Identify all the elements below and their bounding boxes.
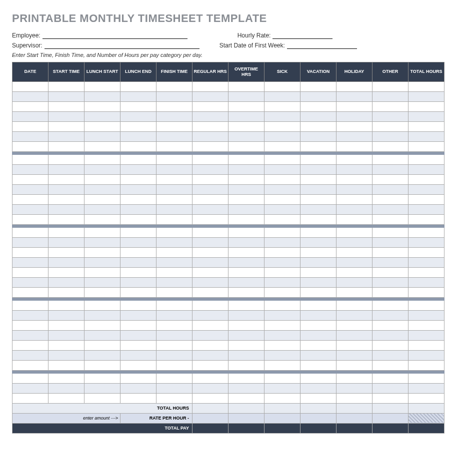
cell[interactable] xyxy=(408,204,444,214)
cell[interactable] xyxy=(192,310,228,320)
cell[interactable] xyxy=(264,204,300,214)
cell[interactable] xyxy=(336,257,372,267)
cell[interactable] xyxy=(228,184,264,194)
cell[interactable] xyxy=(264,310,300,320)
cell[interactable] xyxy=(156,350,192,360)
cell[interactable] xyxy=(12,174,48,184)
cell[interactable] xyxy=(84,300,120,310)
cell[interactable] xyxy=(48,320,84,330)
cell[interactable] xyxy=(228,214,264,224)
cell[interactable] xyxy=(372,267,408,277)
cell[interactable] xyxy=(48,350,84,360)
cell[interactable] xyxy=(156,320,192,330)
cell[interactable] xyxy=(300,300,336,310)
cell[interactable] xyxy=(336,184,372,194)
cell[interactable] xyxy=(228,350,264,360)
cell[interactable] xyxy=(264,257,300,267)
cell[interactable] xyxy=(156,360,192,370)
cell[interactable] xyxy=(192,383,228,393)
cell[interactable] xyxy=(300,121,336,131)
cell[interactable] xyxy=(156,237,192,247)
cell[interactable] xyxy=(48,204,84,214)
cell[interactable] xyxy=(120,227,156,237)
cell[interactable] xyxy=(408,111,444,121)
cell[interactable] xyxy=(12,141,48,151)
cell[interactable] xyxy=(120,237,156,247)
cell[interactable] xyxy=(12,101,48,111)
cell[interactable] xyxy=(372,237,408,247)
cell[interactable] xyxy=(84,154,120,164)
cell[interactable] xyxy=(120,111,156,121)
cell[interactable] xyxy=(372,300,408,310)
cell[interactable] xyxy=(408,91,444,101)
cell[interactable] xyxy=(372,184,408,194)
rate-cell[interactable] xyxy=(228,413,264,423)
cell[interactable] xyxy=(192,194,228,204)
cell[interactable] xyxy=(48,194,84,204)
cell[interactable] xyxy=(84,164,120,174)
cell[interactable] xyxy=(228,320,264,330)
cell[interactable] xyxy=(336,383,372,393)
cell[interactable] xyxy=(48,214,84,224)
cell[interactable] xyxy=(408,340,444,350)
cell[interactable] xyxy=(408,194,444,204)
cell[interactable] xyxy=(12,154,48,164)
cell[interactable] xyxy=(336,194,372,204)
cell[interactable] xyxy=(120,340,156,350)
cell[interactable] xyxy=(300,204,336,214)
cell[interactable] xyxy=(336,310,372,320)
cell[interactable] xyxy=(84,330,120,340)
cell[interactable] xyxy=(156,277,192,287)
cell[interactable] xyxy=(12,310,48,320)
cell[interactable] xyxy=(372,194,408,204)
cell[interactable] xyxy=(300,340,336,350)
cell[interactable] xyxy=(84,204,120,214)
cell[interactable] xyxy=(120,383,156,393)
cell[interactable] xyxy=(264,267,300,277)
cell[interactable] xyxy=(336,204,372,214)
cell[interactable] xyxy=(300,227,336,237)
cell[interactable] xyxy=(120,277,156,287)
cell[interactable] xyxy=(336,330,372,340)
cell[interactable] xyxy=(12,360,48,370)
cell[interactable] xyxy=(264,360,300,370)
cell[interactable] xyxy=(120,121,156,131)
cell[interactable] xyxy=(300,350,336,360)
cell[interactable] xyxy=(300,141,336,151)
cell[interactable] xyxy=(300,184,336,194)
cell[interactable] xyxy=(372,214,408,224)
cell[interactable] xyxy=(120,257,156,267)
rate-cell[interactable] xyxy=(300,413,336,423)
cell[interactable] xyxy=(228,330,264,340)
cell[interactable] xyxy=(84,340,120,350)
cell[interactable] xyxy=(336,350,372,360)
cell[interactable] xyxy=(228,393,264,403)
cell[interactable] xyxy=(156,373,192,383)
cell[interactable] xyxy=(264,227,300,237)
cell[interactable] xyxy=(264,340,300,350)
cell[interactable] xyxy=(12,214,48,224)
cell[interactable] xyxy=(336,287,372,297)
cell[interactable] xyxy=(120,360,156,370)
cell[interactable] xyxy=(408,350,444,360)
cell[interactable] xyxy=(120,184,156,194)
cell[interactable] xyxy=(372,257,408,267)
cell[interactable] xyxy=(156,131,192,141)
cell[interactable] xyxy=(336,393,372,403)
cell[interactable] xyxy=(408,141,444,151)
cell[interactable] xyxy=(156,141,192,151)
cell[interactable] xyxy=(156,164,192,174)
cell[interactable] xyxy=(12,164,48,174)
cell[interactable] xyxy=(300,101,336,111)
cell[interactable] xyxy=(120,320,156,330)
cell[interactable] xyxy=(264,330,300,340)
cell[interactable] xyxy=(192,247,228,257)
cell[interactable] xyxy=(336,164,372,174)
cell[interactable] xyxy=(120,131,156,141)
cell[interactable] xyxy=(300,383,336,393)
cell[interactable] xyxy=(264,131,300,141)
cell[interactable] xyxy=(120,204,156,214)
cell[interactable] xyxy=(228,164,264,174)
cell[interactable] xyxy=(120,350,156,360)
cell[interactable] xyxy=(48,174,84,184)
